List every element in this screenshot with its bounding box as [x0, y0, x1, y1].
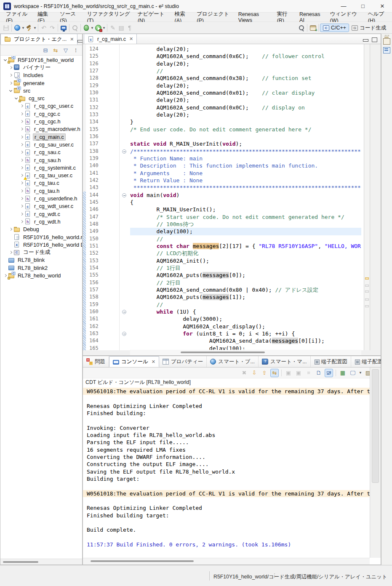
- editor-hscrollbar[interactable]: [130, 350, 361, 355]
- next-marker-icon[interactable]: ⇩: [250, 369, 259, 377]
- pin-console-icon[interactable]: ▦: [339, 369, 347, 377]
- display-console-icon-dropdown[interactable]: ▼: [359, 368, 362, 378]
- expand-arrow-icon[interactable]: [19, 144, 24, 146]
- display-console-icon[interactable]: 🖵: [349, 369, 357, 377]
- clear-console-icon[interactable]: 🗋: [315, 369, 323, 377]
- code-line-128[interactable]: AQM1602A_send_command(0x38); // function…: [130, 75, 361, 82]
- tree-item-r5f10y16_hello_world-rcp[interactable]: R5F10Y16_hello_world.rcp: [0, 233, 82, 241]
- code-line-155[interactable]: AQM1602A_puts(messages[0]);: [130, 272, 361, 279]
- new-wizard-icon[interactable]: [13, 23, 21, 32]
- code-line-152[interactable]: // LCDの初期化: [130, 250, 361, 257]
- expand-arrow-icon[interactable]: [19, 105, 24, 107]
- fold-collapse-icon[interactable]: [122, 332, 126, 336]
- code-line-126[interactable]: delay(20);: [130, 60, 361, 67]
- tree-item-r_cg_main-c[interactable]: cr_cg_main.c: [0, 133, 82, 141]
- previous-marker-icon[interactable]: ⇧: [260, 369, 269, 377]
- code-line-142[interactable]: * Return Value : None: [130, 177, 361, 184]
- code-line-165[interactable]: delay(100);: [130, 345, 361, 350]
- perspective-codegen[interactable]: G コード生成: [349, 24, 389, 32]
- console-hscrollbar[interactable]: [83, 558, 370, 565]
- code-line-138[interactable]: /***************************************…: [130, 148, 361, 155]
- build-icon[interactable]: [25, 23, 33, 32]
- console-vscrollbar[interactable]: [370, 368, 381, 558]
- tree-item--[interactable]: 10バイナリー: [0, 64, 82, 71]
- tree-item-r_cg_wdt_user-c[interactable]: cr_cg_wdt_user.c: [0, 202, 82, 210]
- expand-arrow-icon[interactable]: [19, 151, 24, 153]
- fold-collapse-icon[interactable]: [122, 149, 126, 154]
- minimize-editor-icon[interactable]: [363, 39, 368, 42]
- fold-collapse-icon[interactable]: [122, 310, 126, 314]
- expand-arrow-icon[interactable]: [8, 82, 13, 84]
- code-line-149[interactable]: delay(100);: [130, 228, 361, 235]
- filter-icon[interactable]: ▽: [62, 46, 69, 54]
- tree-item-r_cg_wdt-c[interactable]: cr_cg_wdt.c: [0, 210, 82, 218]
- write-occurrence-marker[interactable]: [365, 277, 369, 280]
- tree-item-r_cg_macrodriver-h[interactable]: hr_cg_macrodriver.h: [0, 125, 82, 133]
- collapse-all-icon[interactable]: ⊟: [42, 46, 49, 54]
- code-line-157[interactable]: AQM1602A_send_command(0x80 | 0x40); // ア…: [130, 286, 361, 293]
- debug-icon[interactable]: [82, 23, 91, 32]
- code-line-146[interactable]: R_MAIN_UserInit();: [130, 206, 361, 213]
- editor-vscrollbar[interactable]: [370, 44, 381, 350]
- code-line-131[interactable]: delay(20);: [130, 96, 361, 104]
- tree-item-r_cg_tau_user-c[interactable]: cr_cg_tau_user.c: [0, 172, 82, 179]
- close-icon[interactable]: ✕: [129, 36, 133, 42]
- tree-item-r_cg_cgc_user-c[interactable]: cr_cg_cgc_user.c: [0, 102, 82, 110]
- restore-view-icon[interactable]: [383, 38, 390, 45]
- expand-arrow-icon[interactable]: [8, 228, 13, 230]
- code-line-150[interactable]: //: [130, 235, 361, 242]
- tree-item-debug[interactable]: Debug: [0, 226, 82, 233]
- expand-arrow-icon[interactable]: [19, 197, 24, 200]
- expand-arrow-icon[interactable]: [19, 213, 24, 215]
- expand-arrow-icon[interactable]: [19, 205, 24, 207]
- code-line-163[interactable]: for (uint8_t i = 0; i < 16; ++i) {: [130, 330, 361, 337]
- code-line-153[interactable]: AQM1602A_init();: [130, 257, 361, 264]
- tree-item-r5f10y16_hello_world-de[interactable]: XR5F10Y16_hello_world De: [0, 241, 82, 248]
- tree-item-r_cg_sau-c[interactable]: cr_cg_sau.c: [0, 149, 82, 156]
- tab-properties[interactable]: プロパティー: [159, 356, 207, 367]
- explorer-hscrollbar[interactable]: [0, 559, 82, 565]
- tree-item-r_cg_sau-h[interactable]: hr_cg_sau.h: [0, 156, 82, 164]
- expand-arrow-icon[interactable]: [19, 136, 24, 138]
- occurrence-marker[interactable]: [365, 298, 369, 301]
- tree-item-rl78_blink2[interactable]: RL78_blink2: [0, 264, 82, 272]
- code-line-148[interactable]: // 100ms待つ: [130, 221, 361, 228]
- tree-item-generate[interactable]: Cgenerate: [0, 79, 82, 87]
- tab-problems[interactable]: 問題: [83, 356, 109, 367]
- code-line-158[interactable]: AQM1602A_puts(messages[1]);: [130, 293, 361, 301]
- occurrence-marker[interactable]: [365, 305, 369, 307]
- expand-arrow-icon[interactable]: [19, 128, 24, 130]
- expand-arrow-icon[interactable]: [19, 120, 24, 123]
- tab-pin-diagram[interactable]: 端子配置図: [311, 356, 352, 367]
- code-line-125[interactable]: AQM1602A_send_command(0x6C); // follower…: [130, 53, 361, 60]
- code-line-127[interactable]: //: [130, 67, 361, 75]
- code-line-159[interactable]: //: [130, 301, 361, 308]
- code-line-139[interactable]: * Function Name: main: [130, 155, 361, 162]
- close-icon[interactable]: ✕: [152, 359, 155, 365]
- code-line-130[interactable]: AQM1602A_send_command(0x01); // clear di…: [130, 89, 361, 96]
- code-line-134[interactable]: }: [130, 118, 361, 125]
- expand-arrow-icon[interactable]: [19, 167, 24, 169]
- close-icon[interactable]: ✕: [70, 37, 74, 42]
- editor-tab-r-cg-main[interactable]: c r_cg_main.c ✕: [84, 34, 137, 44]
- search-icon[interactable]: [297, 23, 306, 32]
- expand-arrow-icon[interactable]: [19, 182, 24, 184]
- code-line-129[interactable]: delay(20);: [130, 82, 361, 89]
- code-line-143[interactable]: ****************************************…: [130, 184, 361, 191]
- perspective-cpp[interactable]: C C/C++: [320, 24, 349, 32]
- code-area[interactable]: 1241251261271281291301311321331341351361…: [83, 44, 381, 350]
- build-icon-dropdown[interactable]: ▼: [33, 23, 37, 32]
- tab-smart-browser[interactable]: スマート・ブ...: [207, 356, 259, 367]
- maximize-editor-icon[interactable]: [372, 37, 377, 42]
- code-line-156[interactable]: // 2行目: [130, 279, 361, 286]
- fold-collapse-icon[interactable]: [122, 193, 126, 197]
- tab-smart-manual[interactable]: スマート・マ...: [259, 356, 311, 367]
- collapse-arrow-icon[interactable]: [2, 59, 8, 61]
- code-line-137[interactable]: static void R_MAIN_UserInit(void);: [130, 140, 361, 147]
- code-line-164[interactable]: AQM1602A_send_data(messages[0][i]);: [130, 337, 361, 344]
- occurrence-marker[interactable]: [365, 285, 369, 287]
- tree-item-r_cg_userdefine-h[interactable]: hr_cg_userdefine.h: [0, 194, 82, 202]
- code-line-144[interactable]: void main(void): [130, 192, 361, 199]
- tree-item-r_cg_cgc-c[interactable]: cr_cg_cgc.c: [0, 110, 82, 117]
- tree-item-r5f10y16_hello_world[interactable]: CR5F10Y16_hello_world: [0, 56, 82, 64]
